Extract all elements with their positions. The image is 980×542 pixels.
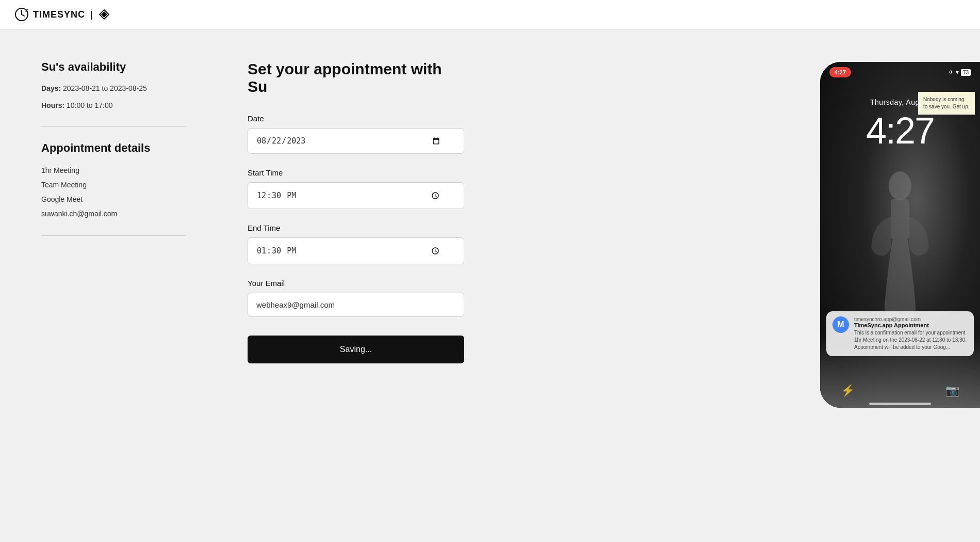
phone-screen: 4:27 ✈ ▾ 73 Nobody is coming to save you… <box>820 62 980 408</box>
days-value: 2023-08-21 to 2023-08-25 <box>63 84 147 92</box>
start-time-input-wrapper <box>248 182 464 209</box>
detail-meeting-name: Team Meeting <box>41 178 186 192</box>
phone-status-icons: ✈ ▾ 73 <box>949 69 971 76</box>
availability-title: Su's availability <box>41 60 186 74</box>
end-time-input-wrapper <box>248 237 464 264</box>
date-input-wrapper <box>248 128 464 154</box>
main-content: Su's availability Days: 2023-08-21 to 20… <box>0 29 588 394</box>
divider-1 <box>41 126 186 127</box>
form-title: Set your appointment with Su <box>248 60 464 95</box>
notif-body: This is a confirmation email for your ap… <box>854 329 968 351</box>
left-panel: Su's availability Days: 2023-08-21 to 20… <box>41 60 186 363</box>
end-time-label: End Time <box>248 224 464 232</box>
submit-button[interactable]: Saving... <box>248 336 464 363</box>
date-group: Date <box>248 114 464 154</box>
end-time-group: End Time <box>248 224 464 264</box>
appointment-details: 1hr Meeting Team Meeting Google Meet suw… <box>41 163 186 221</box>
start-time-group: Start Time <box>248 168 464 209</box>
end-time-input[interactable] <box>248 237 464 264</box>
detail-meeting-type: 1hr Meeting <box>41 163 186 178</box>
svg-line-2 <box>22 14 24 16</box>
days-label: Days: <box>41 84 61 92</box>
date-label: Date <box>248 114 464 123</box>
email-group: Your Email <box>248 279 464 317</box>
phone-sticky-note: Nobody is coming to save you. Get up. <box>918 92 975 115</box>
availability-hours: Hours: 10:00 to 17:00 <box>41 99 186 112</box>
logo-icon <box>14 7 29 22</box>
svg-rect-6 <box>891 199 909 240</box>
divider-2 <box>41 235 186 236</box>
phone-notification: M timesynchro.app@gmail.com TimeSync.app… <box>826 311 974 356</box>
notif-sender: timesynchro.app@gmail.com <box>854 316 968 322</box>
details-title: Appointment details <box>41 141 186 155</box>
start-time-label: Start Time <box>248 168 464 177</box>
notification-content: timesynchro.app@gmail.com TimeSync.app A… <box>854 316 968 351</box>
airplane-icon: ✈ <box>949 69 954 76</box>
detail-email: suwanki.ch@gmail.com <box>41 206 186 221</box>
battery-icon: 73 <box>961 69 971 76</box>
gmail-letter: M <box>837 320 844 329</box>
logo-diamond-icon <box>99 9 110 20</box>
hours-value: 10:00 to 17:00 <box>67 101 113 109</box>
phone-status-bar: 4:27 ✈ ▾ 73 <box>820 62 980 83</box>
phone-mockup: 4:27 ✈ ▾ 73 Nobody is coming to save you… <box>820 62 980 408</box>
logo-separator: | <box>90 9 93 20</box>
logo: TIMESYNC | <box>14 7 110 22</box>
phone-status-time: 4:27 <box>829 67 851 77</box>
phone-bottom-bar: ⚡ 📷 <box>820 384 980 397</box>
svg-point-5 <box>889 171 911 200</box>
email-input-wrapper <box>248 293 464 317</box>
start-time-input[interactable] <box>248 182 464 209</box>
date-input[interactable] <box>248 128 464 154</box>
header: TIMESYNC | <box>0 0 980 29</box>
phone-home-indicator <box>869 403 931 405</box>
sticky-note-text: Nobody is coming to save you. Get up. <box>923 97 970 109</box>
notif-title: TimeSync.app Appointment <box>854 322 968 328</box>
logo-text: TIMESYNC <box>33 9 85 20</box>
camera-icon: 📷 <box>945 384 959 397</box>
hours-label: Hours: <box>41 101 64 109</box>
availability-days: Days: 2023-08-21 to 2023-08-25 <box>41 82 186 95</box>
wifi-icon: ▾ <box>956 69 959 76</box>
gmail-icon: M <box>832 316 849 333</box>
phone-time-large: 4:27 <box>820 109 980 152</box>
email-input[interactable] <box>248 293 464 317</box>
right-panel: Set your appointment with Su Date Start … <box>248 60 464 363</box>
detail-platform: Google Meet <box>41 192 186 206</box>
flashlight-icon: ⚡ <box>841 384 855 397</box>
email-label: Your Email <box>248 279 464 288</box>
